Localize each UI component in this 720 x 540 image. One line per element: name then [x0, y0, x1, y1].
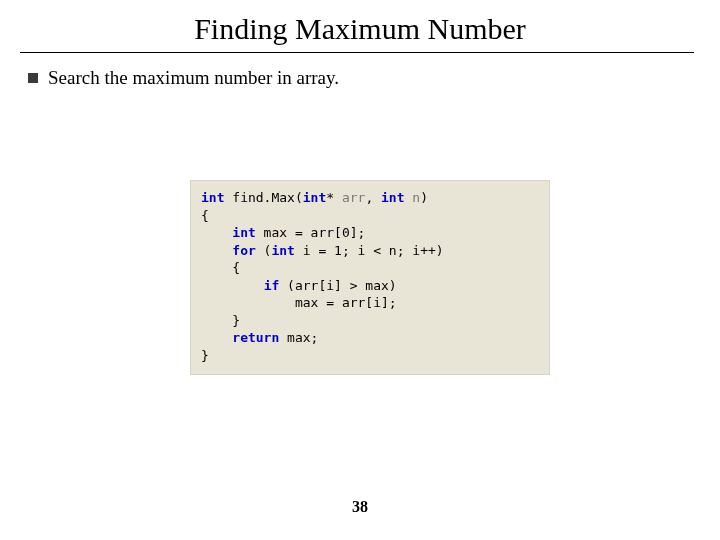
code-content: int find.Max(int* arr, int n) { int max …	[201, 189, 539, 364]
kw-int: int	[303, 190, 326, 205]
bullet-row: Search the maximum number in array.	[28, 67, 720, 89]
code-text	[201, 278, 264, 293]
code-text: max = arr[0];	[256, 225, 366, 240]
kw-return: return	[232, 330, 279, 345]
code-text: i = 1; i < n; i++)	[295, 243, 444, 258]
code-text: (	[256, 243, 272, 258]
code-text: )	[420, 190, 428, 205]
page-number: 38	[0, 498, 720, 516]
code-text: max;	[279, 330, 318, 345]
code-text: (arr[i] > max)	[279, 278, 396, 293]
code-block: int find.Max(int* arr, int n) { int max …	[190, 180, 550, 375]
code-text	[201, 243, 232, 258]
code-text: }	[201, 348, 209, 363]
square-bullet-icon	[28, 73, 38, 83]
code-text	[201, 225, 232, 240]
slide: Finding Maximum Number Search the maximu…	[0, 0, 720, 540]
param-arr: arr	[334, 190, 365, 205]
code-text: *	[326, 190, 334, 205]
code-text: {	[201, 260, 240, 275]
kw-if: if	[264, 278, 280, 293]
title-divider	[20, 52, 694, 53]
param-n: n	[405, 190, 421, 205]
bullet-text: Search the maximum number in array.	[48, 67, 339, 89]
code-text: ,	[365, 190, 381, 205]
code-text: max = arr[i];	[201, 295, 397, 310]
kw-int: int	[232, 225, 255, 240]
slide-title: Finding Maximum Number	[0, 0, 720, 52]
code-text: {	[201, 208, 209, 223]
kw-int: int	[271, 243, 294, 258]
kw-int: int	[201, 190, 224, 205]
code-text: find.Max(	[224, 190, 302, 205]
kw-int: int	[381, 190, 404, 205]
code-text: }	[201, 313, 240, 328]
kw-for: for	[232, 243, 255, 258]
code-text	[201, 330, 232, 345]
